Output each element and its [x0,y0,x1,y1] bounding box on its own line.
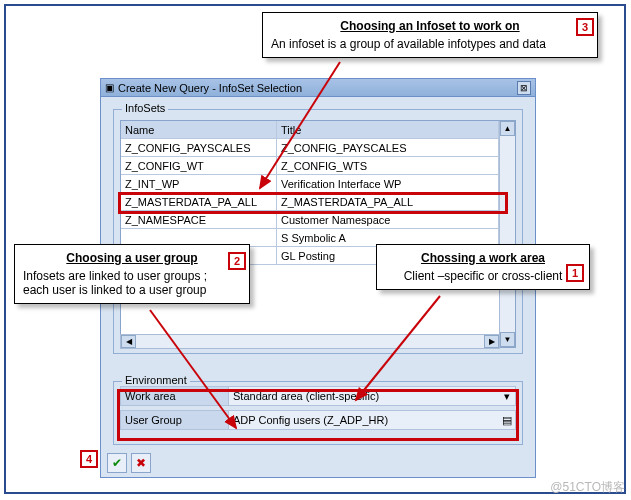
infoset-table: Name Title Z_CONFIG_PAYSCALES Z_CONFIG_P… [120,120,516,348]
groupbox-environment-label: Environment [122,374,190,386]
groupbox-infosets-label: InfoSets [122,102,168,114]
badge-2: 2 [228,252,246,270]
callout-work-area-body: Client –specific or cross-client [385,269,581,283]
cell: Z_MASTERDATA_PA_ALL [121,193,277,211]
cancel-button[interactable]: ✖ [131,453,151,473]
row-user-group: User Group ADP Config users (Z_ADP_HR) ▤ [120,410,516,430]
cell: Z_CONFIG_PAYSCALES [277,139,499,157]
horizontal-scrollbar[interactable]: ◀ ▶ [120,334,500,349]
scroll-up-icon[interactable]: ▲ [500,121,515,136]
table-row[interactable]: Z_CONFIG_PAYSCALES Z_CONFIG_PAYSCALES [121,139,499,157]
user-group-label: User Group [121,411,229,429]
table-row[interactable]: Z_INT_WP Verification Interface WP [121,175,499,193]
table-header: Name Title [121,121,499,139]
table-row[interactable]: Z_CONFIG_WT Z_CONFIG_WTS [121,157,499,175]
badge-4: 4 [80,450,98,468]
row-work-area: Work area Standard area (client-specific… [120,386,516,406]
callout-infoset: Choosing an Infoset to work on An infose… [262,12,598,58]
cell: Z_CONFIG_WT [121,157,277,175]
work-area-value[interactable]: Standard area (client-specific) [229,390,499,402]
badge-3: 3 [576,18,594,36]
callout-user-group-head: Choosing a user group [23,251,241,265]
table-row[interactable]: Z_NAMESPACE Customer Namespace [121,211,499,229]
cell: Z_CONFIG_PAYSCALES [121,139,277,157]
col-name[interactable]: Name [121,121,277,139]
groupbox-environment: Environment Work area Standard area (cli… [113,381,523,445]
cell: Verification Interface WP [277,175,499,193]
close-icon[interactable]: ⊠ [517,81,531,95]
user-group-value[interactable]: ADP Config users (Z_ADP_HR) [229,414,499,426]
dropdown-icon[interactable]: ▾ [499,390,515,403]
col-title[interactable]: Title [277,121,499,139]
scroll-right-icon[interactable]: ▶ [484,335,499,348]
cell: Customer Namespace [277,211,499,229]
callout-work-area-head: Chossing a work area [385,251,581,265]
vertical-scrollbar[interactable]: ▲ ▼ [499,121,515,347]
callout-infoset-body: An infoset is a group of available infot… [271,37,589,51]
cell: Z_NAMESPACE [121,211,277,229]
cell: Z_CONFIG_WTS [277,157,499,175]
table-row-selected[interactable]: Z_MASTERDATA_PA_ALL Z_MASTERDATA_PA_ALL [121,193,499,211]
watermark: @51CTO博客 [550,479,625,496]
cell: Z_MASTERDATA_PA_ALL [277,193,499,211]
scroll-left-icon[interactable]: ◀ [121,335,136,348]
dialog-footer: ✔ ✖ [107,453,151,473]
callout-work-area: Chossing a work area Client –specific or… [376,244,590,290]
window-icon: ▣ [105,82,114,93]
cell: Z_INT_WP [121,175,277,193]
callout-user-group-body2: each user is linked to a user group [23,283,241,297]
dialog-title: Create New Query - InfoSet Selection [118,82,302,94]
callout-infoset-head: Choosing an Infoset to work on [271,19,589,33]
dialog-titlebar: ▣ Create New Query - InfoSet Selection ⊠ [101,79,535,97]
value-help-icon[interactable]: ▤ [499,414,515,427]
accept-button[interactable]: ✔ [107,453,127,473]
callout-user-group: Choosing a user group Infosets are linke… [14,244,250,304]
work-area-label: Work area [121,387,229,405]
groupbox-infosets: InfoSets Name Title Z_CONFIG_PAYSCALES Z… [113,109,523,354]
callout-user-group-body1: Infosets are linked to user groups ; [23,269,241,283]
badge-1: 1 [566,264,584,282]
scroll-down-icon[interactable]: ▼ [500,332,515,347]
